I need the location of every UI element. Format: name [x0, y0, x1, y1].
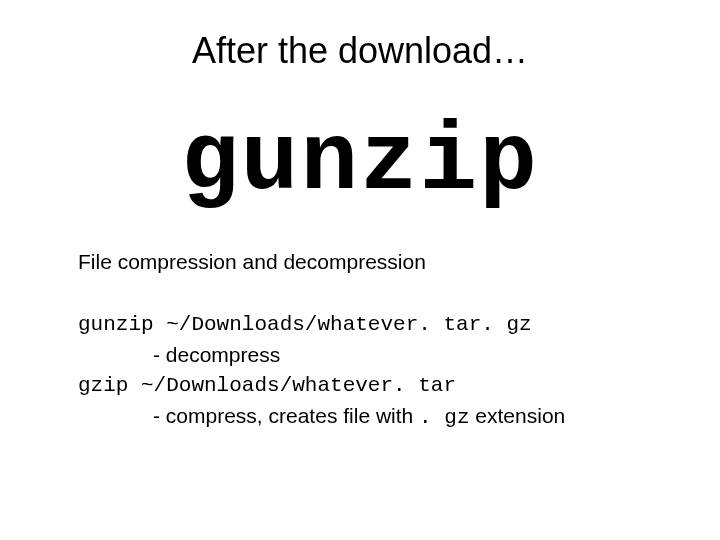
description-compress-text: - compress, creates file with: [153, 404, 413, 427]
description-compress-suffix: extension: [475, 404, 565, 427]
slide-subtitle: File compression and decompression: [78, 250, 426, 274]
gz-extension: . gz: [419, 406, 469, 429]
hero-command: gunzip: [0, 108, 720, 217]
command-line-gunzip: gunzip ~/Downloads/whatever. tar. gz: [78, 310, 680, 340]
description-compress: - compress, creates file with . gz exten…: [78, 401, 680, 433]
description-decompress: - decompress: [78, 340, 680, 370]
slide-title: After the download…: [0, 30, 720, 72]
slide: After the download… gunzip File compress…: [0, 0, 720, 540]
slide-body: gunzip ~/Downloads/whatever. tar. gz - d…: [78, 310, 680, 434]
command-line-gzip: gzip ~/Downloads/whatever. tar: [78, 371, 680, 401]
